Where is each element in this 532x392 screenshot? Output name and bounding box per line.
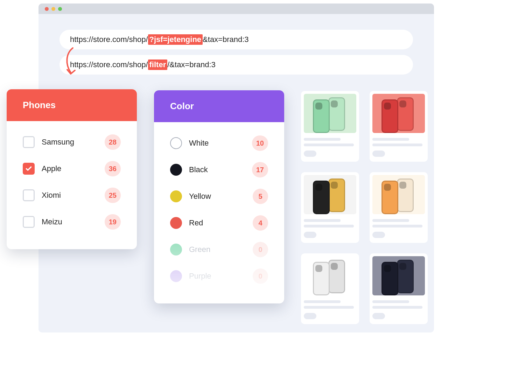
color-option-red[interactable]: Red4 xyxy=(164,210,274,236)
placeholder-line xyxy=(304,300,341,303)
product-card[interactable] xyxy=(301,91,359,162)
option-label: Yellow xyxy=(189,192,246,201)
color-swatch-icon xyxy=(170,190,182,202)
placeholder-line xyxy=(372,219,409,222)
filter-header-phones: Phones xyxy=(7,89,137,121)
option-label: Green xyxy=(189,245,246,254)
placeholder-line xyxy=(372,144,422,146)
option-count-badge: 0 xyxy=(253,242,268,257)
window-titlebar xyxy=(38,4,434,14)
placeholder-line xyxy=(304,138,341,141)
checkbox-icon[interactable] xyxy=(23,216,35,228)
url-after-highlight: filter xyxy=(148,59,168,70)
phones-option-samsung[interactable]: Samsung28 xyxy=(16,129,127,155)
option-count-badge: 19 xyxy=(105,214,121,230)
product-card[interactable] xyxy=(370,91,428,162)
phones-option-apple[interactable]: Apple36 xyxy=(16,155,127,182)
placeholder-price-pill xyxy=(372,313,385,319)
option-label: Black xyxy=(189,165,245,174)
filter-header-color: Color xyxy=(154,90,284,122)
option-count-badge: 25 xyxy=(105,188,121,203)
checkbox-icon[interactable] xyxy=(23,163,35,175)
product-card[interactable] xyxy=(370,172,428,243)
product-image xyxy=(372,94,425,133)
product-card[interactable] xyxy=(301,253,359,324)
placeholder-price-pill xyxy=(304,313,316,319)
color-swatch-icon xyxy=(170,137,182,149)
product-card[interactable] xyxy=(370,253,428,324)
color-option-yellow[interactable]: Yellow5 xyxy=(164,183,274,210)
checkbox-icon[interactable] xyxy=(23,189,35,201)
color-option-green[interactable]: Green0 xyxy=(164,236,274,263)
option-count-badge: 0 xyxy=(253,268,268,284)
option-count-badge: 10 xyxy=(252,135,268,151)
color-swatch-icon xyxy=(170,244,182,255)
option-count-badge: 28 xyxy=(105,134,121,150)
option-label: White xyxy=(189,139,245,148)
option-count-badge: 5 xyxy=(253,189,268,204)
phones-option-xiomi[interactable]: Xiomi25 xyxy=(16,182,127,209)
window-minimize-dot[interactable] xyxy=(51,7,55,11)
color-option-white[interactable]: White10 xyxy=(164,130,274,156)
color-swatch-icon xyxy=(170,217,182,229)
placeholder-line xyxy=(372,300,409,303)
phones-option-meizu[interactable]: Meizu19 xyxy=(16,209,127,235)
option-count-badge: 36 xyxy=(105,161,121,176)
checkbox-icon[interactable] xyxy=(23,136,35,148)
product-grid xyxy=(301,91,428,324)
filter-card-color: Color White10Black17Yellow5Red4Green0Pur… xyxy=(154,90,284,303)
option-label: Red xyxy=(189,218,246,227)
product-image xyxy=(304,256,356,295)
url-bar-before[interactable]: https://store.com/shop/ ?jsf=jetengine &… xyxy=(59,30,413,49)
url-after-suffix: /&tax=brand:3 xyxy=(167,60,216,69)
product-image xyxy=(372,256,425,295)
url-area: https://store.com/shop/ ?jsf=jetengine &… xyxy=(38,14,434,75)
url-before-prefix: https://store.com/shop/ xyxy=(70,35,148,44)
option-count-badge: 17 xyxy=(252,162,268,177)
placeholder-price-pill xyxy=(304,150,316,157)
option-count-badge: 4 xyxy=(253,215,268,231)
window-maximize-dot[interactable] xyxy=(58,7,62,11)
placeholder-line xyxy=(372,225,422,227)
color-option-purple[interactable]: Purple0 xyxy=(164,263,274,289)
placeholder-line xyxy=(304,144,354,146)
url-bar-after[interactable]: https://store.com/shop/ filter /&tax=bra… xyxy=(59,55,413,75)
placeholder-line xyxy=(304,219,341,222)
placeholder-line xyxy=(372,306,422,309)
transform-arrow-icon xyxy=(64,47,78,77)
placeholder-line xyxy=(372,138,409,141)
placeholder-price-pill xyxy=(304,232,316,238)
option-label: Purple xyxy=(189,272,246,281)
option-label: Xiomi xyxy=(42,191,98,200)
url-after-prefix: https://store.com/shop/ xyxy=(70,60,148,69)
url-before-suffix: &tax=brand:3 xyxy=(203,35,248,44)
option-label: Apple xyxy=(42,164,98,173)
filter-card-phones: Phones Samsung28Apple36Xiomi25Meizu19 xyxy=(7,89,137,249)
color-swatch-icon xyxy=(170,270,182,282)
product-card[interactable] xyxy=(301,172,359,243)
placeholder-line xyxy=(304,306,354,309)
product-image xyxy=(304,175,356,214)
url-before-highlight: ?jsf=jetengine xyxy=(148,34,203,45)
color-option-black[interactable]: Black17 xyxy=(164,156,274,183)
option-label: Meizu xyxy=(42,217,98,226)
product-image xyxy=(304,94,356,133)
placeholder-price-pill xyxy=(372,150,385,157)
window-close-dot[interactable] xyxy=(45,7,49,11)
color-swatch-icon xyxy=(170,164,182,176)
option-label: Samsung xyxy=(42,138,98,147)
placeholder-price-pill xyxy=(372,232,385,238)
product-image xyxy=(372,175,425,214)
placeholder-line xyxy=(304,225,354,227)
